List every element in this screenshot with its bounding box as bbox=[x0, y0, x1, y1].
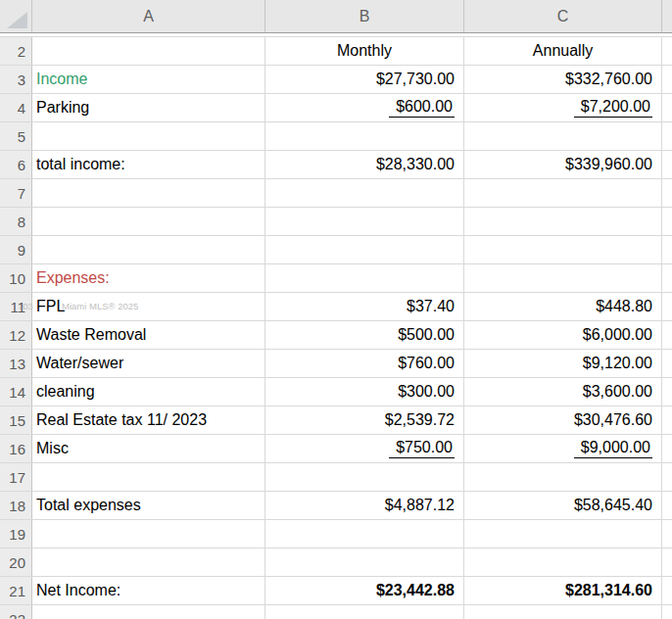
row-number-9[interactable]: 9 bbox=[0, 236, 32, 263]
cell-d[interactable] bbox=[662, 548, 672, 576]
row-number-7[interactable]: 7 bbox=[0, 179, 32, 207]
cell-d[interactable] bbox=[662, 463, 672, 491]
cell-d[interactable] bbox=[662, 208, 672, 235]
row-number-22[interactable]: 22 bbox=[0, 605, 32, 619]
cell-d[interactable] bbox=[662, 122, 672, 150]
row-number-5[interactable]: 5 bbox=[0, 122, 32, 150]
cell-b[interactable] bbox=[265, 236, 464, 263]
cell-a[interactable]: Parking bbox=[32, 94, 265, 121]
cell-d[interactable] bbox=[662, 66, 672, 93]
row-number-15[interactable]: 15 bbox=[0, 406, 32, 434]
cell-b[interactable]: $23,442.88 bbox=[265, 577, 464, 604]
cell-c[interactable] bbox=[464, 179, 662, 207]
row-number-14[interactable]: 14 bbox=[0, 378, 32, 405]
cell-b[interactable] bbox=[265, 264, 464, 292]
cell-d[interactable] bbox=[662, 293, 672, 320]
cell-c[interactable] bbox=[464, 236, 662, 263]
row-number-10[interactable]: 10 bbox=[0, 264, 32, 292]
cell-a[interactable] bbox=[32, 605, 265, 619]
cell-d[interactable] bbox=[662, 236, 672, 263]
cell-c[interactable] bbox=[464, 605, 662, 619]
cell-c[interactable]: $30,476.60 bbox=[464, 406, 662, 434]
cell-c[interactable]: $9,120.00 bbox=[464, 350, 662, 377]
row-number-17[interactable]: 17 bbox=[0, 463, 32, 491]
cell-b[interactable]: Monthly bbox=[265, 37, 464, 65]
row-number-12[interactable]: 12 bbox=[0, 321, 32, 349]
cell-a[interactable] bbox=[32, 463, 265, 491]
cell-b[interactable] bbox=[265, 208, 464, 235]
cell-a[interactable]: cleaning bbox=[32, 378, 265, 405]
cell-a[interactable] bbox=[32, 208, 265, 235]
cell-b[interactable]: $750.00 bbox=[265, 435, 464, 462]
cell-a[interactable] bbox=[32, 520, 265, 548]
cell-b[interactable]: $600.00 bbox=[265, 94, 464, 121]
cell-a[interactable]: Total expenses bbox=[32, 492, 265, 519]
cell-d[interactable] bbox=[662, 264, 672, 292]
column-header-b[interactable]: B bbox=[265, 0, 464, 32]
row-number-18[interactable]: 18 bbox=[0, 492, 32, 519]
cell-c[interactable] bbox=[464, 463, 662, 491]
cell-d[interactable] bbox=[662, 321, 672, 349]
cell-b[interactable] bbox=[265, 548, 464, 576]
cell-b[interactable] bbox=[265, 605, 464, 619]
cell-a[interactable]: Misc bbox=[32, 435, 265, 462]
cell-a[interactable]: Waste Removal bbox=[32, 321, 265, 349]
cell-d[interactable] bbox=[662, 435, 672, 462]
cell-b[interactable]: $500.00 bbox=[265, 321, 464, 349]
cell-d[interactable] bbox=[662, 520, 672, 548]
cell-a[interactable] bbox=[32, 122, 265, 150]
column-header-d-partial[interactable] bbox=[662, 0, 672, 32]
cell-c[interactable]: $448.80 bbox=[464, 293, 662, 320]
cell-a[interactable] bbox=[32, 548, 265, 576]
select-all-button[interactable] bbox=[0, 0, 32, 32]
cell-a[interactable]: Income bbox=[32, 66, 265, 93]
cell-d[interactable] bbox=[662, 179, 672, 207]
cell-c[interactable]: $9,000.00 bbox=[464, 435, 662, 462]
cell-d[interactable] bbox=[662, 350, 672, 377]
row-number-13[interactable]: 13 bbox=[0, 350, 32, 377]
cell-c[interactable]: $332,760.00 bbox=[464, 66, 662, 93]
cell-c[interactable]: $7,200.00 bbox=[464, 94, 662, 121]
cell-a[interactable] bbox=[32, 236, 265, 263]
cell-c[interactable] bbox=[464, 122, 662, 150]
cell-b[interactable]: $760.00 bbox=[265, 350, 464, 377]
cell-c[interactable] bbox=[464, 520, 662, 548]
cell-b[interactable]: $28,330.00 bbox=[265, 151, 464, 178]
cell-d[interactable] bbox=[662, 378, 672, 405]
row-number-4[interactable]: 4 bbox=[0, 94, 32, 121]
cell-c[interactable]: $281,314.60 bbox=[464, 577, 662, 604]
cell-d[interactable] bbox=[662, 605, 672, 619]
cell-a[interactable]: Net Income: bbox=[32, 577, 265, 604]
cell-c[interactable] bbox=[464, 264, 662, 292]
row-number-6[interactable]: 6 bbox=[0, 151, 32, 178]
cell-b[interactable] bbox=[265, 520, 464, 548]
column-header-a[interactable]: A bbox=[32, 0, 265, 32]
cell-b[interactable]: $27,730.00 bbox=[265, 66, 464, 93]
cell-b[interactable]: $2,539.72 bbox=[265, 406, 464, 434]
cell-b[interactable] bbox=[265, 122, 464, 150]
cell-c[interactable] bbox=[464, 548, 662, 576]
row-number-21[interactable]: 21 bbox=[0, 577, 32, 604]
cell-b[interactable]: $4,887.12 bbox=[265, 492, 464, 519]
cell-d[interactable] bbox=[662, 406, 672, 434]
row-number-8[interactable]: 8 bbox=[0, 208, 32, 235]
cell-b[interactable] bbox=[265, 463, 464, 491]
row-number-2[interactable]: 2 bbox=[0, 37, 32, 65]
cell-a[interactable]: Expenses: bbox=[32, 264, 265, 292]
cell-d[interactable] bbox=[662, 151, 672, 178]
cell-d[interactable] bbox=[662, 577, 672, 604]
cell-d[interactable] bbox=[662, 94, 672, 121]
row-number-3[interactable]: 3 bbox=[0, 66, 32, 93]
cell-c[interactable]: $6,000.00 bbox=[464, 321, 662, 349]
cell-a[interactable]: Water/sewer bbox=[32, 350, 265, 377]
cell-a[interactable]: total income: bbox=[32, 151, 265, 178]
cell-b[interactable]: $300.00 bbox=[265, 378, 464, 405]
column-header-c[interactable]: C bbox=[464, 0, 662, 32]
cell-a[interactable]: Real Estate tax 11/ 2023 bbox=[32, 406, 265, 434]
cell-d[interactable] bbox=[662, 37, 672, 65]
cell-c[interactable]: $339,960.00 bbox=[464, 151, 662, 178]
cell-c[interactable]: $3,600.00 bbox=[464, 378, 662, 405]
row-number-20[interactable]: 20 bbox=[0, 548, 32, 576]
cell-b[interactable]: $37.40 bbox=[265, 293, 464, 320]
cell-a[interactable] bbox=[32, 37, 265, 65]
